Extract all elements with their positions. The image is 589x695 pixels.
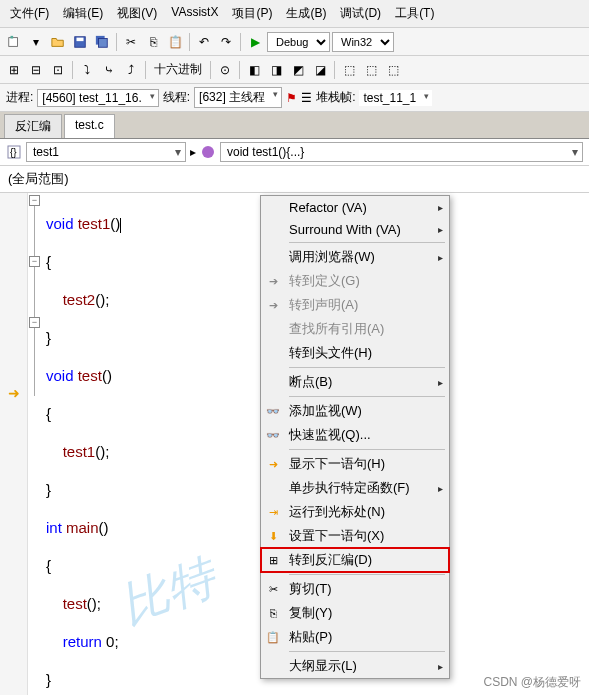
fold-toggle[interactable]: − (29, 256, 40, 267)
fold-toggle[interactable]: − (29, 317, 40, 328)
svg-rect-0 (9, 37, 18, 46)
cut-icon: ✂ (265, 581, 281, 597)
watch-icon: 👓 (265, 403, 281, 419)
process-dropdown[interactable]: [4560] test_11_16. (37, 89, 158, 107)
run-cursor-icon: ⇥ (265, 504, 281, 520)
save-all-button[interactable] (92, 32, 112, 52)
scope-icon: {} (6, 144, 22, 160)
platform-dropdown[interactable]: Win32 (332, 32, 394, 52)
svg-point-8 (202, 146, 214, 158)
tb-icon-1[interactable]: ⊞ (4, 60, 24, 80)
tb-icon-8[interactable]: ◪ (310, 60, 330, 80)
menu-vassistx[interactable]: VAssistX (165, 2, 224, 25)
menu-project[interactable]: 项目(P) (226, 2, 278, 25)
show-next-icon: ➜ (265, 456, 281, 472)
stackframe-dropdown[interactable]: test_11_1 (359, 90, 432, 106)
step-into-button[interactable]: ⤷ (99, 60, 119, 80)
cm-quickwatch[interactable]: 👓快速监视(Q)... (261, 423, 449, 447)
nav-go-icon[interactable]: ▸ (190, 145, 196, 159)
menu-build[interactable]: 生成(B) (280, 2, 332, 25)
cm-call-browser[interactable]: 调用浏览器(W)▸ (261, 245, 449, 269)
menu-tools[interactable]: 工具(T) (389, 2, 440, 25)
cm-paste[interactable]: 📋粘贴(P) (261, 625, 449, 649)
flag-dropdown-icon[interactable]: ☰ (301, 91, 312, 105)
redo-button[interactable]: ↷ (216, 32, 236, 52)
context-menu: Refactor (VA)▸ Surround With (VA)▸ 调用浏览器… (260, 195, 450, 679)
cm-find-references[interactable]: 查找所有引用(A) (261, 317, 449, 341)
paste-icon: 📋 (265, 629, 281, 645)
tb-icon-9[interactable]: ⬚ (339, 60, 359, 80)
svg-rect-3 (77, 37, 84, 41)
cm-goto-disassembly[interactable]: ⊞转到反汇编(D) (261, 548, 449, 572)
editor-margin[interactable]: ➜ (0, 193, 28, 695)
undo-button[interactable]: ↶ (194, 32, 214, 52)
tb-icon-4[interactable]: ⊙ (215, 60, 235, 80)
tb-icon-7[interactable]: ◩ (288, 60, 308, 80)
cm-goto-declaration[interactable]: ➔转到声明(A) (261, 293, 449, 317)
open-button[interactable] (48, 32, 68, 52)
cm-run-to-cursor[interactable]: ⇥运行到光标处(N) (261, 500, 449, 524)
svg-rect-5 (99, 38, 108, 47)
svg-rect-1 (11, 35, 14, 38)
tb-icon-3[interactable]: ⊡ (48, 60, 68, 80)
tb-icon-6[interactable]: ◨ (266, 60, 286, 80)
cm-set-next[interactable]: ⬇设置下一语句(X) (261, 524, 449, 548)
scope-bar: (全局范围) (0, 166, 589, 193)
tb-icon-11[interactable]: ⬚ (383, 60, 403, 80)
footer-attribution: CSDN @杨德爱呀 (483, 674, 581, 691)
cm-goto-header[interactable]: 转到头文件(H) (261, 341, 449, 365)
thread-bar: 进程: [4560] test_11_16. 线程: [632] 主线程 ⚑ ☰… (0, 84, 589, 112)
menu-view[interactable]: 视图(V) (111, 2, 163, 25)
nav-bar: {} test1 ▸ void test1(){...} (0, 139, 589, 166)
hex-label: 十六进制 (150, 61, 206, 78)
step-out-button[interactable]: ⤴ (121, 60, 141, 80)
svg-text:{}: {} (10, 147, 17, 158)
function-icon (200, 144, 216, 160)
cm-copy[interactable]: ⎘复制(Y) (261, 601, 449, 625)
cm-breakpoint[interactable]: 断点(B)▸ (261, 370, 449, 394)
flag-icon[interactable]: ⚑ (286, 91, 297, 105)
cm-step-into-specific[interactable]: 单步执行特定函数(F)▸ (261, 476, 449, 500)
tb-icon-10[interactable]: ⬚ (361, 60, 381, 80)
thread-dropdown[interactable]: [632] 主线程 (194, 87, 282, 108)
new-file-dropdown[interactable]: ▾ (26, 32, 46, 52)
fold-toggle[interactable]: − (29, 195, 40, 206)
menu-file[interactable]: 文件(F) (4, 2, 55, 25)
function-dropdown[interactable]: void test1(){...} (220, 142, 583, 162)
outline-column[interactable]: − − − (28, 193, 42, 695)
tab-disassembly[interactable]: 反汇编 (4, 114, 62, 138)
start-debug-button[interactable]: ▶ (245, 32, 265, 52)
new-project-button[interactable] (4, 32, 24, 52)
quickwatch-icon: 👓 (265, 427, 281, 443)
tb-icon-2[interactable]: ⊟ (26, 60, 46, 80)
cm-surround[interactable]: Surround With (VA)▸ (261, 218, 449, 240)
cm-show-next[interactable]: ➜显示下一语句(H) (261, 452, 449, 476)
paste-button[interactable]: 📋 (165, 32, 185, 52)
tab-bar: 反汇编 test.c (0, 112, 589, 139)
menu-edit[interactable]: 编辑(E) (57, 2, 109, 25)
cut-button[interactable]: ✂ (121, 32, 141, 52)
stack-label: 堆栈帧: (316, 89, 355, 106)
scope-dropdown[interactable]: test1 (26, 142, 186, 162)
copy-icon: ⎘ (265, 605, 281, 621)
tb-icon-5[interactable]: ◧ (244, 60, 264, 80)
toolbar-debug: ⊞ ⊟ ⊡ ⤵ ⤷ ⤴ 十六进制 ⊙ ◧ ◨ ◩ ◪ ⬚ ⬚ ⬚ (0, 56, 589, 84)
cm-outlining[interactable]: 大纲显示(L)▸ (261, 654, 449, 678)
cm-cut[interactable]: ✂剪切(T) (261, 577, 449, 601)
copy-button[interactable]: ⎘ (143, 32, 163, 52)
disasm-icon: ⊞ (265, 552, 281, 568)
goto-decl-icon: ➔ (265, 297, 281, 313)
cm-refactor[interactable]: Refactor (VA)▸ (261, 196, 449, 218)
menu-debug[interactable]: 调试(D) (334, 2, 387, 25)
cm-add-watch[interactable]: 👓添加监视(W) (261, 399, 449, 423)
current-line-arrow: ➜ (0, 385, 27, 404)
menu-bar: 文件(F) 编辑(E) 视图(V) VAssistX 项目(P) 生成(B) 调… (0, 0, 589, 28)
cm-goto-definition[interactable]: ➔转到定义(G) (261, 269, 449, 293)
save-button[interactable] (70, 32, 90, 52)
tab-source-file[interactable]: test.c (64, 114, 115, 138)
step-over-button[interactable]: ⤵ (77, 60, 97, 80)
config-dropdown[interactable]: Debug (267, 32, 330, 52)
set-next-icon: ⬇ (265, 528, 281, 544)
thread-label: 线程: (163, 89, 190, 106)
toolbar-main: ▾ ✂ ⎘ 📋 ↶ ↷ ▶ Debug Win32 (0, 28, 589, 56)
